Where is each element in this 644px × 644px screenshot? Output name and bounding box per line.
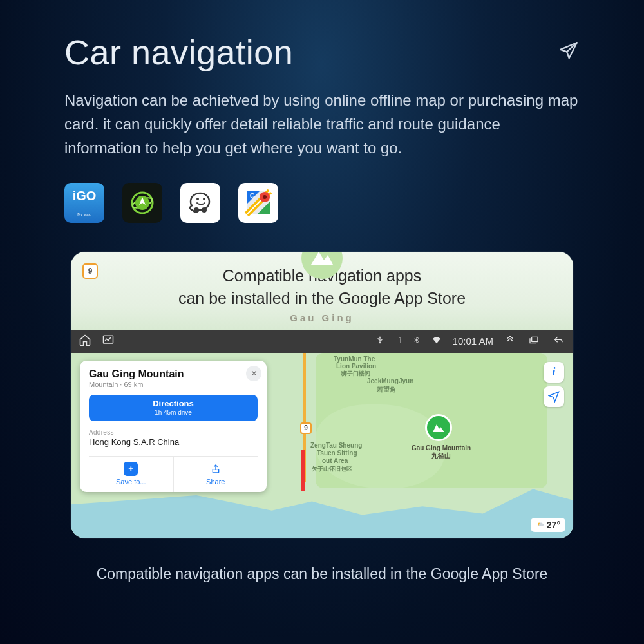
map-label-outarea: out Area xyxy=(322,457,348,464)
map-label-tyunmun: TyunMun The xyxy=(334,355,375,363)
paper-plane-icon[interactable] xyxy=(558,40,580,64)
expand-up-icon[interactable] xyxy=(504,335,516,347)
route-9-badge: 9 xyxy=(82,263,98,279)
address-label: Address xyxy=(89,429,258,436)
share-button[interactable]: Share xyxy=(173,457,258,492)
gauging-label: Gau Ging xyxy=(97,311,547,325)
home-icon[interactable] xyxy=(79,334,91,348)
svg-point-3 xyxy=(196,198,199,200)
svg-rect-15 xyxy=(532,337,538,341)
map-label-tsuen: Tsuen Sitting xyxy=(317,450,357,457)
recent-apps-icon[interactable] xyxy=(527,335,541,347)
svg-text:G: G xyxy=(250,193,255,200)
footer-text: Compatible navigation apps can be instal… xyxy=(0,565,644,583)
map-info-button[interactable]: i xyxy=(544,362,564,383)
temperature-badge: 27° xyxy=(531,518,565,532)
svg-rect-14 xyxy=(104,336,113,343)
mountain-pin-icon[interactable] xyxy=(425,414,452,441)
plus-icon: + xyxy=(124,462,138,476)
sim-icon xyxy=(395,335,402,347)
google-maps-app-icon[interactable]: G xyxy=(238,183,278,223)
igo-sublabel: My way. xyxy=(77,213,91,216)
android-status-bar: 10:01 AM xyxy=(71,330,573,353)
svg-point-4 xyxy=(203,198,205,200)
map-locate-button[interactable] xyxy=(544,386,564,407)
place-subtitle: Mountain · 69 km xyxy=(89,381,258,388)
graph-icon[interactable] xyxy=(102,334,115,348)
igo-label: iGO xyxy=(73,189,97,204)
mountain-watermark-icon xyxy=(299,252,345,281)
description-text: Navigation can be achietved by using onl… xyxy=(0,72,644,160)
waze-app-icon[interactable] xyxy=(180,183,220,223)
app-icons-row: iGO My way. G xyxy=(0,160,644,223)
svg-point-5 xyxy=(194,207,199,213)
map-label-jeekmung: JeekMungJyun xyxy=(367,377,413,384)
mountain-pin-label: Gau Ging Mountain 九径山 xyxy=(406,444,477,460)
directions-button[interactable]: Directions 1h 45m drive xyxy=(89,395,258,422)
svg-point-11 xyxy=(263,195,267,199)
map-label-lion: Lion Pavilion xyxy=(336,363,376,370)
status-time: 10:01 AM xyxy=(453,336,493,346)
page-title: Car navigation xyxy=(64,32,293,72)
place-info-card: Gau Ging Mountain Mountain · 69 km Direc… xyxy=(80,361,267,493)
svg-point-6 xyxy=(202,207,207,213)
map-label-jeekmung-cn: 若望角 xyxy=(377,385,396,394)
wifi-icon xyxy=(431,335,442,347)
close-card-button[interactable] xyxy=(246,366,261,381)
usb-icon xyxy=(375,335,384,347)
frame-headline-2: can be installed in the Google App Store xyxy=(97,287,547,310)
place-title: Gau Ging Mountain xyxy=(89,368,258,380)
navitel-app-icon[interactable] xyxy=(122,183,162,223)
map-label-shan: 矢于山怀旧包区 xyxy=(312,465,352,473)
share-icon xyxy=(209,462,223,476)
svg-point-13 xyxy=(301,252,343,279)
save-to-button[interactable]: + Save to... xyxy=(89,457,173,492)
igo-app-icon[interactable]: iGO My way. xyxy=(64,183,104,223)
map-label-lion-cn: 狮子门楼阁 xyxy=(341,370,370,378)
map-area[interactable]: 9 JeekMungJyun 若望角 ZengTau Sheung Tsuen … xyxy=(71,353,573,538)
map-label-zengtau: ZengTau Sheung xyxy=(310,442,362,449)
back-icon[interactable] xyxy=(551,335,565,347)
bluetooth-icon xyxy=(413,335,421,347)
weather-icon xyxy=(536,520,545,529)
device-frame: 9 Compatible navigation apps can be inst… xyxy=(71,252,573,538)
route-9-marker: 9 xyxy=(300,422,312,434)
address-value: Hong Kong S.A.R China xyxy=(89,437,258,447)
frame-header: 9 Compatible navigation apps can be inst… xyxy=(71,252,573,330)
